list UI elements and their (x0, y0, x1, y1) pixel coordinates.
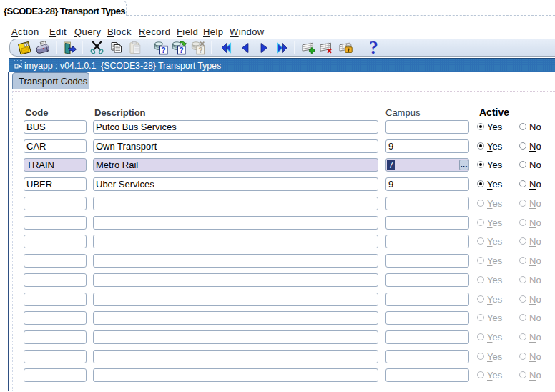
svg-text:?: ? (179, 46, 183, 54)
svg-text:?: ? (161, 46, 165, 54)
svg-text:?: ? (198, 46, 202, 54)
svg-text:?: ? (369, 39, 378, 57)
